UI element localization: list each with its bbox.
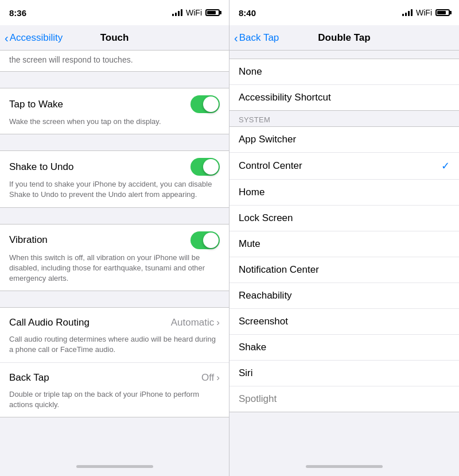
left-content: the screen will respond to touches. Tap … bbox=[0, 51, 229, 456]
app-switcher-item[interactable]: App Switcher bbox=[230, 127, 459, 153]
control-center-check-icon: ✓ bbox=[441, 160, 450, 172]
lock-screen-item[interactable]: Lock Screen bbox=[230, 206, 459, 231]
mute-label: Mute bbox=[239, 238, 260, 250]
left-phone-panel: 8:36 WiFi ‹ Accessibility Touch the scre… bbox=[0, 0, 230, 476]
back-tap-value-text: Off bbox=[201, 372, 214, 384]
left-status-icons: WiFi bbox=[172, 8, 220, 17]
notification-center-item[interactable]: Notification Center bbox=[230, 257, 459, 283]
left-home-indicator-bar bbox=[76, 465, 153, 468]
call-audio-routing-chevron-icon: › bbox=[216, 317, 220, 328]
right-status-bar: 8:40 WiFi bbox=[230, 0, 459, 25]
left-status-time: 8:36 bbox=[9, 8, 26, 18]
left-back-label: Accessibility bbox=[10, 32, 63, 44]
call-audio-routing-main: Call Audio Routing Automatic › bbox=[9, 315, 220, 331]
shake-to-undo-toggle[interactable] bbox=[190, 158, 220, 176]
reachability-item[interactable]: Reachability bbox=[230, 283, 459, 309]
left-truncated-text: the screen will respond to touches. bbox=[0, 51, 229, 72]
siri-item[interactable]: Siri bbox=[230, 361, 459, 386]
left-back-arrow-icon: ‹ bbox=[5, 32, 9, 44]
shake-to-undo-main: Shake to Undo bbox=[9, 158, 220, 176]
tap-to-wake-main: Tap to Wake bbox=[9, 95, 220, 113]
screenshot-label: Screenshot bbox=[239, 316, 288, 327]
system-section-header: SYSTEM bbox=[230, 111, 459, 126]
none-label: None bbox=[239, 66, 262, 78]
right-status-icons: WiFi bbox=[402, 8, 450, 17]
right-nav-bar: ‹ Back Tap Double Tap bbox=[230, 25, 459, 51]
right-back-button[interactable]: ‹ Back Tap bbox=[234, 32, 279, 44]
right-signal-bar-2 bbox=[405, 13, 407, 16]
vibration-knob bbox=[203, 233, 219, 248]
spacer-2 bbox=[0, 134, 229, 150]
none-item[interactable]: None bbox=[230, 59, 459, 85]
tap-to-wake-group: Tap to Wake Wake the screen when you tap… bbox=[0, 88, 229, 134]
home-label: Home bbox=[239, 187, 264, 198]
right-signal-bars-icon bbox=[402, 9, 413, 16]
signal-bar-3 bbox=[178, 11, 180, 16]
vibration-group: Vibration When this switch is off, all v… bbox=[0, 224, 229, 292]
spotlight-label: Spotlight bbox=[239, 393, 277, 405]
accessibility-shortcut-label: Accessibility Shortcut bbox=[239, 92, 331, 103]
spacer-5 bbox=[0, 417, 229, 434]
right-battery-fill bbox=[437, 11, 446, 14]
back-tap-main: Back Tap Off › bbox=[9, 370, 220, 386]
vibration-description: When this switch is off, all vibration o… bbox=[9, 253, 220, 284]
call-audio-routing-row[interactable]: Call Audio Routing Automatic › Call audi… bbox=[0, 308, 229, 362]
tap-to-wake-knob bbox=[203, 96, 219, 112]
signal-bar-2 bbox=[175, 13, 177, 16]
control-center-label: Control Center bbox=[239, 160, 302, 172]
right-back-label: Back Tap bbox=[239, 32, 279, 44]
shake-to-undo-row: Shake to Undo If you tend to shake your … bbox=[0, 151, 229, 207]
right-signal-bar-3 bbox=[408, 11, 410, 16]
battery-fill bbox=[207, 11, 216, 14]
back-tap-row[interactable]: Back Tap Off › Double or triple tap on t… bbox=[0, 363, 229, 417]
top-list-group: None Accessibility Shortcut bbox=[230, 59, 459, 111]
accessibility-shortcut-item[interactable]: Accessibility Shortcut bbox=[230, 85, 459, 110]
right-nav-title: Double Tap bbox=[318, 32, 370, 44]
shake-item[interactable]: Shake bbox=[230, 335, 459, 361]
wifi-icon: WiFi bbox=[186, 8, 202, 17]
vibration-toggle[interactable] bbox=[190, 231, 220, 249]
left-nav-title: Touch bbox=[100, 32, 129, 44]
battery-icon bbox=[205, 9, 220, 16]
app-switcher-label: App Switcher bbox=[239, 134, 296, 145]
signal-bar-1 bbox=[172, 14, 174, 16]
tap-to-wake-row: Tap to Wake Wake the screen when you tap… bbox=[0, 88, 229, 134]
right-wifi-icon: WiFi bbox=[416, 8, 432, 17]
back-tap-description: Double or triple tap on the back of your… bbox=[9, 389, 220, 410]
signal-bars-icon bbox=[172, 9, 182, 16]
back-tap-value: Off › bbox=[201, 372, 220, 384]
control-center-item[interactable]: Control Center ✓ bbox=[230, 153, 459, 180]
vibration-row: Vibration When this switch is off, all v… bbox=[0, 225, 229, 291]
shake-to-undo-group: Shake to Undo If you tend to shake your … bbox=[0, 150, 229, 207]
call-audio-back-tap-group: Call Audio Routing Automatic › Call audi… bbox=[0, 307, 229, 417]
back-tap-label: Back Tap bbox=[9, 372, 49, 384]
back-tap-chevron-icon: › bbox=[216, 372, 220, 384]
right-content: None Accessibility Shortcut SYSTEM App S… bbox=[230, 51, 459, 456]
right-battery-icon bbox=[435, 9, 450, 16]
home-item[interactable]: Home bbox=[230, 180, 459, 206]
reachability-label: Reachability bbox=[239, 290, 292, 301]
left-status-bar: 8:36 WiFi bbox=[0, 0, 229, 25]
right-home-indicator-bar bbox=[306, 465, 383, 468]
spacer-1 bbox=[0, 72, 229, 88]
right-home-indicator bbox=[230, 456, 459, 476]
tap-to-wake-label: Tap to Wake bbox=[9, 99, 63, 110]
screenshot-item[interactable]: Screenshot bbox=[230, 309, 459, 335]
right-signal-bar-1 bbox=[402, 14, 404, 16]
call-audio-routing-value: Automatic › bbox=[171, 317, 220, 328]
shake-label: Shake bbox=[239, 342, 266, 353]
right-status-time: 8:40 bbox=[239, 8, 256, 18]
spotlight-item[interactable]: Spotlight bbox=[230, 386, 459, 412]
right-back-arrow-icon: ‹ bbox=[234, 32, 238, 44]
call-audio-routing-description: Call audio routing determines where audi… bbox=[9, 334, 220, 355]
left-back-button[interactable]: ‹ Accessibility bbox=[5, 32, 63, 44]
call-audio-routing-label: Call Audio Routing bbox=[9, 317, 90, 328]
vibration-main: Vibration bbox=[9, 231, 220, 249]
signal-bar-4 bbox=[181, 9, 182, 16]
tap-to-wake-toggle[interactable] bbox=[190, 95, 220, 113]
right-spacer-top bbox=[230, 51, 459, 59]
mute-item[interactable]: Mute bbox=[230, 231, 459, 257]
vibration-label: Vibration bbox=[9, 234, 48, 246]
system-list-group: App Switcher Control Center ✓ Home Lock … bbox=[230, 126, 459, 412]
shake-to-undo-label: Shake to Undo bbox=[9, 161, 73, 173]
